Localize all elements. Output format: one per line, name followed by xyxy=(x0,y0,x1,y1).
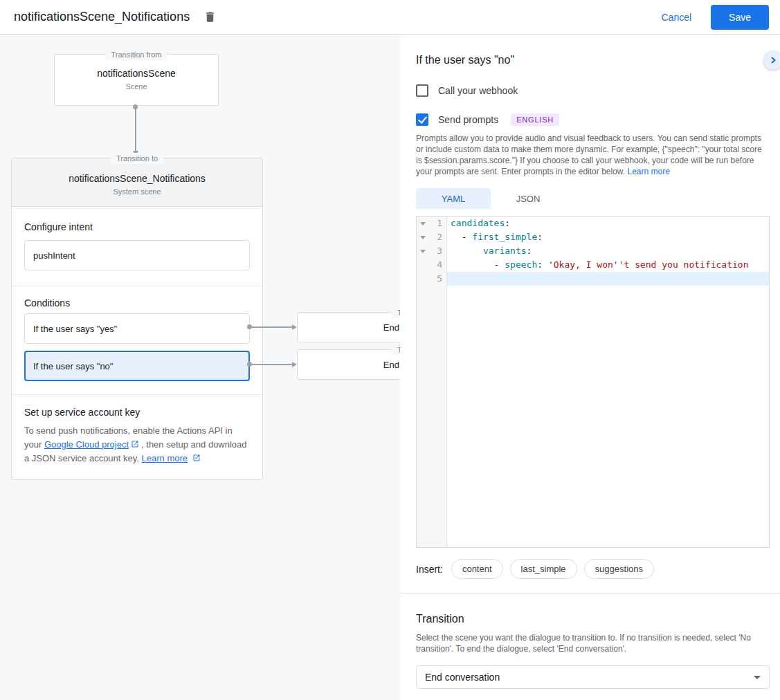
code-token: - xyxy=(451,259,505,270)
transition-description: Select the scene you want the dialogue t… xyxy=(416,632,770,654)
language-badge: ENGLISH xyxy=(511,113,559,126)
yaml-code-editor[interactable]: 1 candidates: 2 - first_simple: 3 varian… xyxy=(416,216,770,548)
code-token: 'Okay, I won''t send you notification xyxy=(548,259,749,270)
configure-intent-heading: Configure intent xyxy=(24,221,250,233)
learn-more-link[interactable]: Learn more xyxy=(627,167,669,176)
code-line-2: 2 - first_simple: xyxy=(417,230,769,244)
text-segment: Prompts allow you to provide audio and v… xyxy=(416,133,762,176)
insert-chip-last-simple[interactable]: last_simple xyxy=(510,559,577,579)
end-conversation-node-2[interactable]: Transition to End conversation xyxy=(297,349,400,380)
collapse-panel-button[interactable] xyxy=(763,50,780,70)
condition-label: If the user says "yes" xyxy=(33,324,117,334)
delete-scene-button[interactable] xyxy=(201,8,219,26)
code-token: - xyxy=(451,232,472,242)
insert-row: Insert: content last_simple suggestions xyxy=(416,559,770,579)
section-divider xyxy=(400,593,780,593)
transition-to-label: Transition to xyxy=(111,153,163,164)
tab-yaml[interactable]: YAML xyxy=(416,188,491,209)
code-token: candidates xyxy=(451,218,505,228)
node-subtitle: System scene xyxy=(12,187,262,196)
intent-pushintent[interactable]: pushIntent xyxy=(24,240,250,270)
webhook-label: Call your webhook xyxy=(438,85,518,96)
learn-more-link[interactable]: Learn more xyxy=(142,453,188,463)
fold-toggle-icon[interactable] xyxy=(417,244,429,258)
chevron-right-icon xyxy=(769,56,777,64)
configure-intent-section: Configure intent pushIntent xyxy=(12,207,262,286)
call-webhook-checkbox[interactable] xyxy=(416,84,428,97)
transition-select[interactable]: End conversation xyxy=(416,665,770,689)
transition-heading: Transition xyxy=(416,611,770,627)
end-node-label: End conversation xyxy=(383,322,400,333)
fold-spacer xyxy=(417,258,429,272)
webhook-row: Call your webhook xyxy=(416,84,770,97)
code-token xyxy=(451,246,483,256)
line-number: 5 xyxy=(429,272,447,286)
service-account-heading: Set up service account key xyxy=(24,406,250,418)
code-line-3: 3 variants: xyxy=(417,244,769,258)
fold-toggle-icon[interactable] xyxy=(417,217,429,230)
line-number: 1 xyxy=(429,217,447,230)
code-line-1: 1 candidates: xyxy=(417,217,769,230)
node-title: notificationsScene_Notifications xyxy=(12,172,262,185)
node-subtitle: Scene xyxy=(55,82,218,91)
service-account-text: To send push notifications, enable the A… xyxy=(24,424,250,466)
node-title: notificationsScene xyxy=(55,67,218,80)
send-prompts-checkbox[interactable] xyxy=(416,113,428,126)
insert-chip-content[interactable]: content xyxy=(451,559,503,579)
intent-name: pushIntent xyxy=(33,250,75,261)
node-notificationsscene-notifications[interactable]: Transition to notificationsScene_Notific… xyxy=(11,158,263,480)
google-cloud-project-link[interactable]: Google Cloud project xyxy=(44,439,129,450)
end-node-label: End conversation xyxy=(383,360,400,370)
line-number: 3 xyxy=(429,244,447,258)
code-text: - first_simple: xyxy=(447,230,769,244)
send-prompts-row: Send prompts ENGLISH xyxy=(416,113,770,126)
prompts-description: Prompts allow you to provide audio and v… xyxy=(416,133,770,177)
editor-tabs: YAML JSON xyxy=(416,188,770,209)
node-header: notificationsScene_Notifications System … xyxy=(12,158,262,207)
code-token: : xyxy=(537,232,543,242)
cancel-button[interactable]: Cancel xyxy=(661,12,691,23)
condition-label: If the user says "no" xyxy=(33,361,113,371)
condition-if-user-says-yes[interactable]: If the user says "yes" xyxy=(24,313,250,344)
end-conversation-node-1[interactable]: Transition to End conversation xyxy=(297,312,400,342)
condition-yes-arrow xyxy=(251,326,292,328)
send-prompts-label: Send prompts xyxy=(438,114,498,125)
line-number: 4 xyxy=(429,258,447,272)
code-line-5-active: 5 xyxy=(417,272,769,286)
fold-toggle-icon[interactable] xyxy=(417,230,429,244)
title-group: notificationsScene_Notifications xyxy=(14,8,219,26)
condition-no-arrow xyxy=(251,364,292,365)
fold-spacer xyxy=(417,272,429,286)
code-line-4: 4 - speech: 'Okay, I won''t send you not… xyxy=(417,258,769,272)
open-in-new-icon xyxy=(131,440,139,448)
selected-transition-value: End conversation xyxy=(425,672,500,683)
service-account-section: Set up service account key To send push … xyxy=(12,394,262,479)
transition-to-label: Transition to xyxy=(392,307,400,318)
code-text: variants: xyxy=(447,244,769,258)
code-token: : xyxy=(527,246,532,256)
conditions-heading: Conditions xyxy=(24,297,250,309)
insert-label: Insert: xyxy=(416,564,443,575)
triangle-down-icon xyxy=(420,236,426,239)
triangle-down-icon xyxy=(420,222,426,225)
header-actions: Cancel Save xyxy=(661,5,769,30)
save-button[interactable]: Save xyxy=(711,5,769,30)
node-notificationsscene[interactable]: Transition from notificationsScene Scene xyxy=(54,54,219,106)
code-token: : xyxy=(505,218,510,228)
scene-title: notificationsScene_Notifications xyxy=(14,10,190,24)
scene-flow-canvas: Transition from notificationsScene Scene… xyxy=(0,35,400,700)
code-token: speech xyxy=(505,259,537,270)
code-token: first_simple xyxy=(472,232,537,242)
condition-detail-panel: If the user says "no" Call your webhook … xyxy=(400,35,780,700)
insert-chip-suggestions[interactable]: suggestions xyxy=(584,559,654,579)
code-token: : xyxy=(537,259,548,270)
actions-console-scene-editor: notificationsScene_Notifications Cancel … xyxy=(0,0,780,700)
tab-json[interactable]: JSON xyxy=(491,188,565,209)
condition-if-user-says-no[interactable]: If the user says "no" xyxy=(24,351,250,381)
transition-to-label: Transition to xyxy=(392,344,400,356)
caret-down-icon xyxy=(754,676,761,679)
condition-panel-title: If the user says "no" xyxy=(416,53,770,68)
line-number: 2 xyxy=(429,230,447,244)
trash-icon xyxy=(203,10,217,24)
open-in-new-icon xyxy=(192,454,201,462)
